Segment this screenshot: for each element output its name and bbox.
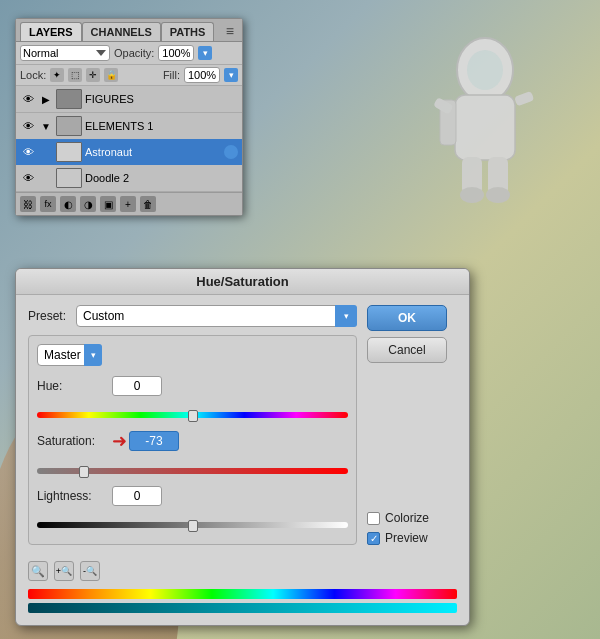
svg-rect-2	[455, 95, 515, 160]
dialog-title: Hue/Saturation	[16, 269, 469, 295]
opacity-label: Opacity:	[114, 47, 154, 59]
rainbow-color-bar	[28, 589, 457, 599]
layer-thumb-doodle2	[56, 168, 82, 188]
lightness-value-input[interactable]	[112, 486, 162, 506]
color-bars-area	[16, 589, 469, 625]
fx-icon[interactable]: fx	[40, 196, 56, 212]
preset-label: Preset:	[28, 309, 68, 323]
tab-paths[interactable]: PATHS	[161, 22, 215, 41]
preset-select-wrapper: Custom ▾	[76, 305, 357, 327]
lightness-label: Lightness:	[37, 489, 112, 503]
layer-thumb-figures	[56, 89, 82, 109]
lock-pixel-icon[interactable]: ⬚	[68, 68, 82, 82]
layer-name-doodle2: Doodle 2	[85, 172, 238, 184]
hue-row: Hue:	[37, 376, 348, 396]
colorize-label: Colorize	[385, 511, 429, 525]
layers-toolbar-row1: Normal Opacity: ▾	[16, 42, 242, 65]
layers-panel: LAYERS CHANNELS PATHS ≡ Normal Opacity: …	[15, 18, 243, 216]
layer-name-elements1: ELEMENTS 1	[85, 120, 238, 132]
saturation-value-input[interactable]	[129, 431, 179, 451]
hue-saturation-dialog: Hue/Saturation Preset: Custom ▾	[15, 268, 470, 626]
lock-all-icon[interactable]: 🔒	[104, 68, 118, 82]
adjustment-icon[interactable]: ◑	[80, 196, 96, 212]
hue-value-input[interactable]	[112, 376, 162, 396]
channel-dropdown-arrow[interactable]: ▾	[84, 344, 102, 366]
lightness-thumb[interactable]	[188, 520, 198, 532]
dialog-right-panel: OK Cancel Colorize ✓ Preview	[367, 305, 457, 545]
svg-point-8	[460, 187, 484, 203]
channel-select-wrapper: Master ▾	[37, 344, 102, 366]
hue-thumb[interactable]	[188, 410, 198, 422]
active-indicator	[224, 145, 238, 159]
blend-mode-select[interactable]: Normal	[20, 45, 110, 61]
group-elements1: 👁 ▼ ELEMENTS 1 👁 Astronaut 👁 Doodle 2	[16, 113, 242, 192]
fill-input[interactable]	[184, 67, 220, 83]
saturation-arrow-icon: ➜	[112, 430, 127, 452]
eyedropper-plus-icon[interactable]: +🔍	[54, 561, 74, 581]
preset-row: Preset: Custom ▾	[28, 305, 357, 327]
layers-list: 👁 ▶ FIGURES 👁 ▼ ELEMENTS 1 👁 Astronaut	[16, 86, 242, 192]
layer-row-elements1[interactable]: 👁 ▼ ELEMENTS 1	[16, 113, 242, 139]
channel-group: Master ▾ Hue: Saturation: ➜	[28, 335, 357, 545]
eyedropper-icon[interactable]: 🔍	[28, 561, 48, 581]
ok-button[interactable]: OK	[367, 305, 447, 331]
saturation-label: Saturation:	[37, 434, 112, 448]
preset-select[interactable]: Custom	[76, 305, 357, 327]
mask-icon[interactable]: ◐	[60, 196, 76, 212]
svg-point-1	[467, 50, 503, 90]
lock-move-icon[interactable]: ✦	[50, 68, 64, 82]
layer-name-figures: FIGURES	[85, 93, 238, 105]
delete-icon[interactable]: 🗑	[140, 196, 156, 212]
layer-thumb-astronaut	[56, 142, 82, 162]
layer-row-astronaut[interactable]: 👁 Astronaut	[16, 139, 242, 165]
panel-menu-icon[interactable]: ≡	[222, 21, 238, 41]
preview-checkbox[interactable]: ✓	[367, 532, 380, 545]
colorize-checkbox[interactable]	[367, 512, 380, 525]
group-icon[interactable]: ▣	[100, 196, 116, 212]
saturation-row: Saturation: ➜	[37, 430, 348, 452]
lightness-row: Lightness:	[37, 486, 348, 506]
fill-label: Fill:	[163, 69, 180, 81]
saturation-slider-container	[37, 464, 348, 478]
layers-bottom-bar: ⛓ fx ◐ ◑ ▣ + 🗑	[16, 192, 242, 215]
bottom-icons-row: 🔍 +🔍 -🔍	[16, 555, 469, 589]
hue-label: Hue:	[37, 379, 112, 393]
svg-rect-5	[514, 91, 534, 107]
new-layer-icon[interactable]: +	[120, 196, 136, 212]
visibility-icon-figures[interactable]: 👁	[20, 91, 36, 107]
tab-channels[interactable]: CHANNELS	[82, 22, 161, 41]
lock-label: Lock:	[20, 69, 46, 81]
colorize-row: Colorize	[367, 511, 457, 525]
tab-layers[interactable]: LAYERS	[20, 22, 82, 41]
lock-pos-icon[interactable]: ✛	[86, 68, 100, 82]
visibility-icon-astronaut[interactable]: 👁	[20, 144, 36, 160]
lightness-slider-container	[37, 518, 348, 532]
cancel-button[interactable]: Cancel	[367, 337, 447, 363]
preset-dropdown-arrow[interactable]: ▾	[335, 305, 357, 327]
link-icon[interactable]: ⛓	[20, 196, 36, 212]
layers-tabs: LAYERS CHANNELS PATHS ≡	[16, 19, 242, 42]
group-figures: 👁 ▶ FIGURES	[16, 86, 242, 113]
result-color-bar	[28, 603, 457, 613]
expand-icon-figures[interactable]: ▶	[39, 92, 53, 106]
layer-name-astronaut: Astronaut	[85, 146, 221, 158]
opacity-input[interactable]	[158, 45, 194, 61]
hue-slider-container	[37, 408, 348, 422]
saturation-thumb[interactable]	[79, 466, 89, 478]
layers-toolbar-row2: Lock: ✦ ⬚ ✛ 🔒 Fill: ▾	[16, 65, 242, 86]
opacity-arrow[interactable]: ▾	[198, 46, 212, 60]
astronaut-figure	[420, 25, 550, 205]
dialog-left-panel: Preset: Custom ▾ Master ▾	[28, 305, 357, 545]
eyedropper-minus-icon[interactable]: -🔍	[80, 561, 100, 581]
visibility-icon-doodle2[interactable]: 👁	[20, 170, 36, 186]
fill-arrow[interactable]: ▾	[224, 68, 238, 82]
dialog-content: Preset: Custom ▾ Master ▾	[16, 295, 469, 555]
preview-label: Preview	[385, 531, 428, 545]
layer-thumb-elements1	[56, 116, 82, 136]
layer-row-figures[interactable]: 👁 ▶ FIGURES	[16, 86, 242, 112]
expand-icon-elements1[interactable]: ▼	[39, 119, 53, 133]
layer-row-doodle2[interactable]: 👁 Doodle 2	[16, 165, 242, 191]
preview-row: ✓ Preview	[367, 531, 457, 545]
visibility-icon-elements1[interactable]: 👁	[20, 118, 36, 134]
channel-select-row: Master ▾	[37, 344, 348, 366]
